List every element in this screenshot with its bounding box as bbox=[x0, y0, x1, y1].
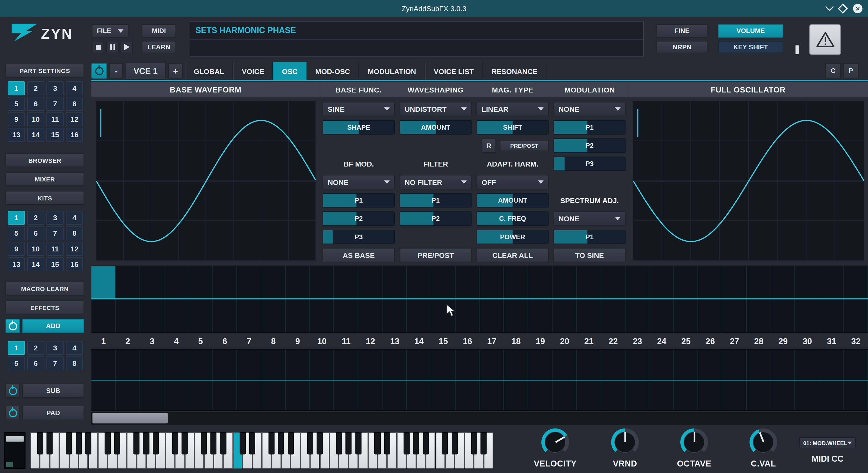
piano-black-key[interactable] bbox=[471, 432, 477, 454]
harmonic-phase-10[interactable] bbox=[310, 350, 334, 410]
harmonic-amp-30[interactable] bbox=[795, 266, 819, 332]
file-menu-button[interactable]: FILE bbox=[92, 24, 129, 38]
piano-black-key[interactable] bbox=[307, 432, 313, 454]
voice-2[interactable]: 2 bbox=[27, 341, 44, 355]
piano-black-key[interactable] bbox=[355, 432, 361, 454]
harmonics-amplitude-editor[interactable] bbox=[91, 266, 868, 333]
piano-black-key[interactable] bbox=[413, 432, 420, 454]
harmonic-phase-31[interactable] bbox=[819, 350, 844, 410]
piano-black-key[interactable] bbox=[153, 432, 159, 454]
voice-plus-button[interactable]: + bbox=[168, 63, 183, 78]
part-16[interactable]: 16 bbox=[66, 128, 83, 141]
waveshaping-select[interactable]: UNDISTORT bbox=[400, 102, 471, 116]
part-5[interactable]: 5 bbox=[8, 97, 25, 111]
kit-13[interactable]: 13 bbox=[8, 257, 25, 271]
harmonic-amp-19[interactable] bbox=[528, 266, 552, 332]
modulation-select[interactable]: NONE bbox=[554, 102, 625, 116]
voice-3[interactable]: 3 bbox=[46, 341, 63, 355]
harmonic-phase-1[interactable] bbox=[91, 350, 116, 410]
effects-button[interactable]: EFFECTS bbox=[5, 301, 84, 314]
piano-black-key[interactable] bbox=[480, 432, 487, 454]
piano-black-key[interactable] bbox=[403, 432, 410, 454]
pause-button[interactable] bbox=[106, 41, 119, 53]
kit-14[interactable]: 14 bbox=[27, 257, 44, 271]
kit-10[interactable]: 10 bbox=[27, 242, 44, 256]
spectrum-adj-select[interactable]: NONE bbox=[554, 212, 625, 226]
piano-black-key[interactable] bbox=[201, 432, 207, 454]
harmonic-amp-31[interactable] bbox=[819, 266, 844, 332]
part-3[interactable]: 3 bbox=[46, 82, 63, 95]
piano-black-key[interactable] bbox=[346, 432, 352, 454]
tab-osc[interactable]: OSC bbox=[273, 62, 307, 81]
midi-cc-select[interactable]: 01: MOD.WHEEL bbox=[799, 437, 856, 448]
harmonics-scrollbar-track[interactable] bbox=[91, 412, 868, 424]
harmonic-phase-9[interactable] bbox=[286, 350, 310, 410]
piano-black-key[interactable] bbox=[249, 432, 255, 454]
harmonic-phase-3[interactable] bbox=[140, 350, 164, 410]
harmonic-amp-13[interactable] bbox=[382, 266, 407, 332]
browser-button[interactable]: BROWSER bbox=[5, 153, 84, 167]
voice-minus-button[interactable]: - bbox=[110, 63, 123, 78]
add-synth-button[interactable]: ADD bbox=[22, 319, 84, 333]
copy-button[interactable]: C bbox=[826, 63, 841, 78]
modulation-p2-slider[interactable]: P2 bbox=[554, 138, 625, 153]
as-base-button[interactable]: AS BASE bbox=[323, 248, 395, 262]
kit-1[interactable]: 1 bbox=[8, 211, 25, 225]
piano-black-key[interactable] bbox=[76, 432, 82, 454]
kit-9[interactable]: 9 bbox=[8, 242, 25, 256]
osc-power-toggle[interactable] bbox=[91, 63, 107, 78]
voice-8[interactable]: 8 bbox=[66, 356, 83, 370]
kit-16[interactable]: 16 bbox=[66, 257, 83, 271]
tab-global[interactable]: GLOBAL bbox=[185, 62, 233, 81]
harmonic-amp-20[interactable] bbox=[553, 266, 577, 332]
prepost-button[interactable]: PRE/POST bbox=[400, 248, 471, 262]
voice-7[interactable]: 7 bbox=[46, 356, 63, 370]
harmonic-amp-4[interactable] bbox=[164, 266, 188, 332]
piano-black-key[interactable] bbox=[37, 432, 43, 454]
nrpn-button[interactable]: NRPN bbox=[656, 41, 707, 53]
part-12[interactable]: 12 bbox=[66, 112, 83, 126]
piano-black-key[interactable] bbox=[66, 432, 72, 454]
window-close-icon[interactable]: × bbox=[853, 3, 863, 13]
mag-type-select[interactable]: LINEAR bbox=[476, 102, 549, 116]
harmonic-amp-17[interactable] bbox=[479, 266, 504, 332]
mag-prepost-toggle[interactable]: PRE/POST bbox=[500, 140, 549, 151]
harmonic-amp-3[interactable] bbox=[140, 266, 164, 332]
bf-mod-select[interactable]: NONE bbox=[323, 175, 395, 189]
key-shift-button[interactable]: KEY SHIFT bbox=[718, 41, 783, 53]
harmonic-phase-22[interactable] bbox=[601, 350, 625, 410]
harmonic-amp-1[interactable] bbox=[91, 266, 116, 332]
harmonic-amp-26[interactable] bbox=[698, 266, 722, 332]
harmonic-amp-22[interactable] bbox=[601, 266, 625, 332]
shift-slider[interactable]: SHIFT bbox=[476, 120, 549, 134]
warning-button[interactable] bbox=[809, 24, 841, 55]
piano-black-key[interactable] bbox=[423, 432, 429, 454]
harmonic-phase-11[interactable] bbox=[334, 350, 358, 410]
bf-mod-p1-slider[interactable]: P1 bbox=[323, 193, 395, 208]
spectrum-adj-p1-slider[interactable]: P1 bbox=[554, 230, 625, 244]
harmonic-phase-17[interactable] bbox=[479, 350, 504, 410]
kits-button[interactable]: KITS bbox=[5, 191, 84, 205]
cval-knob[interactable]: C.VAL bbox=[737, 429, 789, 473]
window-shade-icon[interactable] bbox=[825, 3, 834, 11]
harmonic-amp-10[interactable] bbox=[310, 266, 334, 332]
harmonic-phase-14[interactable] bbox=[407, 350, 431, 410]
sub-synth-button[interactable]: SUB bbox=[22, 383, 84, 398]
octave-knob[interactable]: OCTAVE bbox=[668, 429, 720, 473]
adapt-harm-amount-slider[interactable]: AMOUNT bbox=[476, 193, 549, 208]
kit-3[interactable]: 3 bbox=[46, 211, 63, 225]
harmonics-phase-editor[interactable] bbox=[91, 349, 868, 411]
harmonic-phase-32[interactable] bbox=[844, 350, 868, 410]
kit-6[interactable]: 6 bbox=[27, 226, 44, 240]
harmonic-amp-5[interactable] bbox=[188, 266, 213, 332]
learn-button[interactable]: LEARN bbox=[142, 41, 176, 53]
part-4[interactable]: 4 bbox=[66, 82, 83, 95]
harmonic-amp-23[interactable] bbox=[625, 266, 649, 332]
harmonic-amp-2[interactable] bbox=[116, 266, 140, 332]
kit-2[interactable]: 2 bbox=[27, 211, 44, 225]
harmonic-phase-8[interactable] bbox=[261, 350, 285, 410]
part-13[interactable]: 13 bbox=[8, 128, 25, 141]
filter-select[interactable]: NO FILTER bbox=[400, 175, 471, 189]
scrollbar-thumb[interactable] bbox=[93, 413, 168, 423]
harmonic-phase-23[interactable] bbox=[625, 350, 649, 410]
